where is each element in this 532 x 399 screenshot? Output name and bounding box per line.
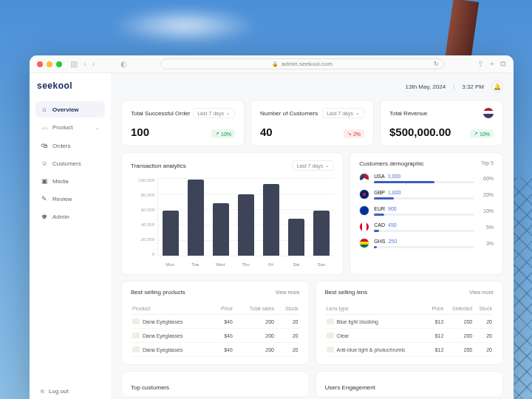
- demographics-card: Customers demographicTop 5 USA3,00060%GB…: [349, 152, 503, 275]
- arrow-up-icon: ↗: [215, 131, 219, 137]
- chevron-down-icon: ⌄: [226, 110, 231, 116]
- home-icon: ⌂: [41, 106, 48, 113]
- browser-window: ▥ ‹ › ◐ 🔒 admin.seekool.com ↻ ⇪ + ⧉ seek…: [30, 55, 514, 399]
- kpi-orders: Total Successful OrderLast 7 days⌄ 100↗1…: [121, 100, 245, 146]
- topbar: 13th May, 2024 | 3:32 PM 🔔: [121, 81, 503, 92]
- kpi-revenue: Total Revenue $500,000.00↗10%: [380, 100, 503, 146]
- transaction-chart: 100,00080,00060,00040,00020,0000 MonTueW…: [131, 178, 334, 267]
- share-icon[interactable]: ⇪: [477, 59, 484, 69]
- analytics-card: Transaction analyticsLast 7 days⌄ 100,00…: [121, 152, 344, 275]
- top-customers-card: Top customers: [121, 371, 310, 398]
- shield-icon[interactable]: ◐: [120, 60, 127, 68]
- demographic-row: CAD4505%: [359, 222, 494, 232]
- best-products-card: Best selling productsView more ProductPr…: [121, 281, 310, 365]
- kpi-customers-value: 40: [260, 126, 273, 138]
- table-row[interactable]: Clear$1220020: [325, 329, 494, 343]
- nav-overview[interactable]: ⌂Overview: [35, 101, 105, 117]
- flag-icon: [359, 189, 369, 200]
- kpi-customers: Number of CustomersLast 7 days⌄ 40↘2%: [250, 100, 374, 146]
- demographic-row: GHS2503%: [359, 238, 494, 248]
- lock-icon: 🔒: [272, 61, 279, 67]
- sidebar-nav: ⌂Overview ⌓Product⌄ 🛍Orders ☺Customers ▣…: [35, 101, 105, 225]
- flag-icon: [359, 222, 369, 232]
- media-icon: ▣: [41, 177, 48, 185]
- url-bar[interactable]: 🔒 admin.seekool.com ↻: [160, 58, 443, 69]
- tabs-icon[interactable]: ⧉: [500, 59, 506, 69]
- lens-thumb: [327, 347, 334, 352]
- flag-icon: [359, 205, 369, 216]
- pencil-icon: ✎: [41, 195, 48, 202]
- new-tab-icon[interactable]: +: [490, 59, 494, 69]
- chart-bar: [163, 211, 179, 256]
- titlebar: ▥ ‹ › ◐ 🔒 admin.seekool.com ↻ ⇪ + ⧉: [30, 55, 514, 73]
- table-row[interactable]: Dana Eyeglasses$4620020: [131, 343, 300, 357]
- bag-icon: 🛍: [41, 142, 48, 149]
- demographic-row: USA3,00060%: [359, 173, 494, 183]
- sidebar-toggle-icon[interactable]: ▥: [70, 59, 78, 69]
- chart-bar: [238, 194, 254, 256]
- logout-button[interactable]: ⎋Log out: [35, 383, 105, 399]
- nav-customers[interactable]: ☺Customers: [35, 155, 105, 171]
- kpi-revenue-value: $500,000.00: [389, 126, 451, 138]
- bell-icon[interactable]: 🔔: [491, 81, 503, 92]
- arrow-down-icon: ↘: [347, 131, 352, 137]
- chart-bar: [288, 219, 304, 256]
- nav-fwd-icon[interactable]: ›: [92, 59, 95, 69]
- lens-thumb: [327, 332, 334, 338]
- chart-bar: [188, 180, 204, 256]
- chevron-down-icon: ⌄: [95, 125, 100, 131]
- best-lens-card: Best selling lensView more Lens typePric…: [316, 281, 504, 365]
- period-select[interactable]: Last 7 days⌄: [292, 160, 334, 171]
- chart-bar: [213, 203, 229, 256]
- logout-icon: ⎋: [41, 388, 44, 395]
- trend-badge: ↗10%: [211, 129, 235, 138]
- flag-us-icon: [483, 108, 494, 118]
- flag-icon: [359, 173, 369, 183]
- nav-review[interactable]: ✎Review: [35, 191, 105, 207]
- product-thumb: [132, 347, 140, 352]
- period-select[interactable]: Last 7 days⌄: [193, 108, 235, 118]
- period-select[interactable]: Last 7 days⌄: [322, 108, 364, 118]
- demographic-row: GBP1,80020%: [359, 189, 494, 200]
- window-maximize[interactable]: [56, 61, 62, 67]
- demographic-row: EUR90010%: [359, 205, 494, 216]
- flag-icon: [359, 238, 369, 248]
- header-time: 3:32 PM: [462, 83, 484, 90]
- refresh-icon[interactable]: ↻: [434, 61, 439, 67]
- product-thumb: [132, 332, 140, 338]
- table-row[interactable]: Blue light blocking$1220020: [325, 315, 494, 329]
- view-more-link[interactable]: View more: [469, 290, 494, 295]
- chevron-down-icon: ⌄: [325, 163, 330, 168]
- product-thumb: [132, 318, 140, 324]
- crown-icon: ♚: [41, 213, 48, 220]
- chart-bar: [263, 184, 279, 256]
- nav-product[interactable]: ⌓Product⌄: [35, 119, 105, 136]
- chevron-down-icon: ⌄: [355, 110, 360, 116]
- nav-admin[interactable]: ♚Admin: [35, 208, 105, 225]
- kpi-orders-value: 100: [131, 126, 149, 138]
- product-icon: ⌓: [41, 123, 48, 132]
- engagement-card: Users Engagement: [316, 371, 504, 398]
- window-minimize[interactable]: [47, 61, 52, 67]
- header-date: 13th May, 2024: [406, 83, 446, 90]
- lens-thumb: [327, 318, 334, 324]
- table-row[interactable]: Anti-blue light & photochromic$1220020: [325, 343, 494, 357]
- table-row[interactable]: Dana Eyeglasses$4620020: [131, 329, 300, 343]
- brand-logo: seekool: [35, 81, 105, 91]
- table-row[interactable]: Dana Eyeglasses$4620020: [131, 315, 300, 329]
- view-more-link[interactable]: View more: [276, 290, 300, 295]
- trend-badge: ↘2%: [344, 129, 364, 138]
- arrow-up-icon: ↗: [474, 131, 478, 137]
- user-icon: ☺: [41, 160, 48, 167]
- url-text: admin.seekool.com: [282, 61, 332, 67]
- nav-orders[interactable]: 🛍Orders: [35, 137, 105, 154]
- nav-media[interactable]: ▣Media: [35, 173, 105, 189]
- main-content: 13th May, 2024 | 3:32 PM 🔔 Total Success…: [111, 73, 514, 399]
- nav-back-icon[interactable]: ‹: [83, 59, 86, 69]
- lens-table: Lens typePriceSelectedStockBlue light bl…: [325, 303, 494, 357]
- products-table: ProductPriceTotal salesStockDana Eyeglas…: [131, 303, 300, 357]
- window-close[interactable]: [37, 61, 43, 67]
- trend-badge: ↗10%: [470, 129, 494, 138]
- chart-bar: [313, 211, 330, 256]
- sidebar: seekool ⌂Overview ⌓Product⌄ 🛍Orders ☺Cus…: [30, 73, 111, 399]
